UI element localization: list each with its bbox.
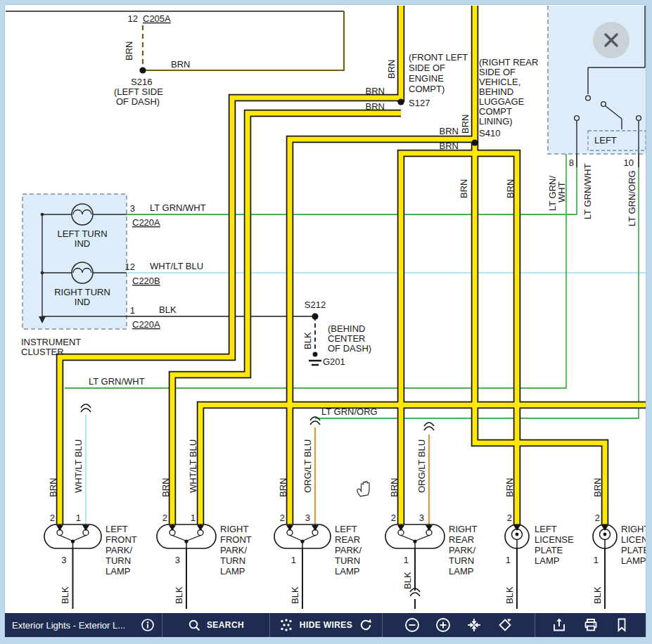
pin-number: 12 — [125, 262, 135, 272]
lamp-name-label: LAMP — [220, 566, 245, 577]
hide-wires-section: HIDE WIRES — [270, 613, 383, 637]
wire-color-label: BRN — [592, 478, 603, 497]
pin-number: 8 — [569, 157, 574, 168]
connector-label: C220B — [132, 276, 160, 286]
print-icon[interactable] — [583, 617, 599, 633]
pin-number: 3 — [419, 513, 424, 523]
wire-color-label: BLK — [302, 332, 313, 349]
close-button[interactable] — [593, 22, 629, 58]
splice-label: S216 — [131, 77, 152, 87]
component-label: RIGHT TURN — [54, 287, 110, 297]
component-label: LEFT TURN — [57, 228, 107, 239]
lamp-name-label: PARK/ — [106, 545, 132, 555]
lamp-name-label: TURN — [220, 555, 245, 566]
pin-number: 2 — [391, 513, 396, 523]
wires-dots-icon — [279, 618, 293, 632]
wire-color-label: BLK — [159, 304, 177, 315]
wire-color-label: BRN — [440, 126, 459, 136]
diagram-title-section[interactable]: Exterior Lights - Exterior L... — [5, 613, 162, 637]
component-label: LEFT — [594, 135, 617, 146]
pin-number: 1 — [191, 513, 196, 523]
instrument-cluster — [23, 194, 127, 329]
pin-number: 3 — [61, 555, 66, 565]
wire-color-label: LT GRN/ORG — [627, 170, 637, 226]
pin-number: 2 — [50, 513, 55, 523]
pin-number: 1 — [130, 305, 135, 316]
fit-screen-icon[interactable] — [466, 617, 482, 633]
ground-symbol — [313, 352, 318, 357]
refresh-icon[interactable] — [359, 618, 373, 632]
info-icon[interactable] — [141, 618, 155, 632]
location-note: OF DASH) — [328, 343, 371, 354]
pin-number: 1 — [594, 555, 599, 565]
wire-break-symbol — [81, 404, 91, 408]
lamp-name-label: LICENSE — [621, 534, 646, 545]
wire-color-label: BLK — [504, 586, 515, 604]
lamp-name-label: TURN — [335, 555, 360, 566]
lamp-name-label: PARK/ — [335, 545, 362, 555]
component-label: IND — [75, 238, 90, 249]
pin-number: 1 — [291, 555, 296, 565]
lamp-name-label: RIGHT — [220, 524, 249, 534]
location-note: CENTER — [328, 333, 365, 344]
location-note: ENGINE — [409, 73, 444, 84]
search-button[interactable]: SEARCH — [162, 613, 270, 637]
lamp-name-label: LAMP — [449, 566, 473, 577]
wire-color-label: BRN — [459, 179, 469, 198]
pin-number: 2 — [162, 513, 167, 523]
lamp-name-label: TURN — [449, 555, 474, 566]
lamp-name-label: FRONT — [220, 534, 252, 545]
bookmark-icon[interactable] — [614, 617, 629, 633]
lamp-name-label: LICENSE — [535, 534, 574, 545]
ground-label: G201 — [323, 356, 345, 367]
pin-number: 3 — [175, 555, 180, 565]
lamp-name-label: REAR — [335, 534, 360, 545]
pin-number: 3 — [305, 513, 310, 523]
connector-label: C220A — [132, 217, 160, 228]
export-icon[interactable] — [551, 617, 567, 633]
junction-dot — [41, 213, 44, 217]
wire-color-label: BRN — [389, 478, 399, 497]
wire-color-label: LT GRN/WHT — [89, 376, 145, 387]
splice-label: S410 — [479, 128, 500, 139]
right-license-plate-lamp: 21RIGHTLICENSEPLATELAMP — [593, 513, 646, 566]
wire-color-label: WHT/LT BLU — [73, 439, 84, 493]
wire-color-label: LT GRN/WHT — [582, 163, 593, 219]
lamp-name-label: PLATE — [535, 545, 563, 555]
location-note: COMPT) — [409, 84, 445, 94]
wire-color-label: BRN — [366, 86, 385, 96]
location-note: SIDE OF — [479, 67, 516, 77]
wire-color-label: BLK — [174, 586, 184, 604]
highlighted-brn-wire[interactable] — [475, 153, 517, 526]
location-note: COMPT — [479, 106, 512, 117]
hide-wires-button[interactable]: HIDE WIRES — [300, 620, 352, 630]
wire-color-label: BRN — [278, 478, 288, 497]
diagram-canvas[interactable]: 213LEFTFRONTPARK/TURNLAMP213RIGHTFRONTPA… — [5, 5, 646, 637]
wire-color-label: ORG/LT BLU — [302, 439, 313, 493]
wiring-diagram: 213LEFTFRONTPARK/TURNLAMP213RIGHTFRONTPA… — [5, 5, 646, 613]
wire-color-label: BRN — [504, 478, 515, 497]
orientation-icon[interactable] — [497, 617, 513, 633]
highlight-outline — [475, 153, 517, 526]
zoom-out-icon[interactable] — [404, 617, 420, 633]
zoom-in-icon[interactable] — [435, 617, 451, 633]
wire-color-label: BRN — [171, 59, 190, 70]
wire-color-label: BRN — [124, 41, 134, 60]
wire-color-label: BLK — [592, 586, 603, 604]
highlighted-brn-wire[interactable] — [401, 153, 475, 526]
pin-number: 2 — [595, 513, 600, 523]
location-note: VEHICLE, — [479, 77, 520, 87]
wire-color-label: LT GRN/WHT — [150, 202, 206, 213]
wire-color-label: BRN — [460, 115, 471, 134]
lamp-name-label: FRONT — [106, 534, 137, 545]
wire-color-label: BRN — [505, 179, 516, 198]
wire-color-label: WHT — [556, 181, 567, 202]
wire-color-label: BRN — [386, 60, 397, 79]
pin-number: 2 — [280, 513, 285, 523]
lamp-name-label: LAMP — [535, 555, 559, 566]
highlighted-brn-wire[interactable] — [290, 139, 475, 526]
lamp-name-label: LEFT — [535, 524, 557, 534]
wire-break-symbol — [410, 593, 420, 596]
splice-dot — [312, 313, 318, 319]
lamp-name-label: PARK/ — [220, 545, 247, 555]
